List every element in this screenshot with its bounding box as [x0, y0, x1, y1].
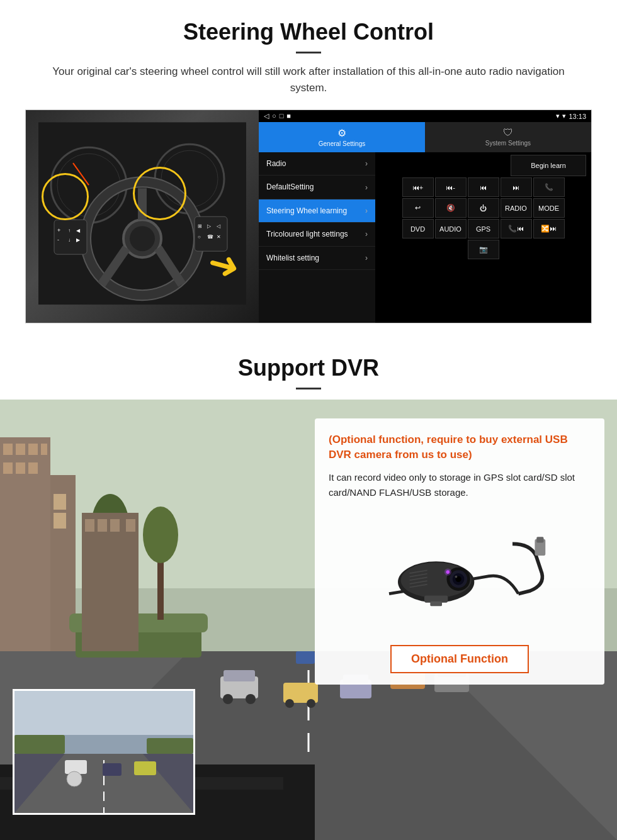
svg-rect-36: [54, 494, 66, 510]
menu-item-default-setting[interactable]: DefaultSetting ›: [259, 176, 375, 199]
dvr-thumbnail-inner: [14, 691, 193, 813]
control-row-3: DVD AUDIO GPS 📞⏮ 🔀⏭: [378, 219, 589, 238]
svg-rect-86: [147, 738, 193, 754]
svg-rect-48: [3, 462, 13, 474]
power-button[interactable]: ⏻: [468, 198, 499, 218]
dvr-description: It can record video only to storage in G…: [329, 470, 591, 500]
svg-rect-46: [28, 444, 38, 455]
dvr-camera-svg: [371, 523, 548, 624]
svg-rect-63: [224, 670, 255, 681]
phone-button[interactable]: 📞: [533, 177, 565, 197]
steering-photo: + - ↑ ↓ ◀ ▶ ⊞ ▷ ◁ ○ ☎ ✕ ➜: [26, 110, 259, 323]
svg-rect-58: [85, 519, 94, 532]
prev-button[interactable]: ⏮: [468, 177, 499, 197]
menu-arrow-icon: ›: [365, 183, 368, 192]
svg-text:↑: ↑: [68, 228, 71, 233]
circle-highlight-right: [133, 167, 186, 220]
vol-up-button[interactable]: ⏮+: [402, 177, 434, 197]
android-ui: ◁ ○ □ ■ ▾ ▾ 13:13 ⚙ General Settings 🛡 S…: [259, 110, 591, 323]
mute-button[interactable]: 🔇: [435, 198, 467, 218]
street-scene: (Optional function, require to buy exter…: [0, 400, 617, 840]
control-row-4: 📷: [378, 240, 589, 259]
audio-button[interactable]: AUDIO: [435, 219, 467, 238]
svg-text:▶: ▶: [76, 237, 81, 243]
control-row-1: ⏮+ ⏮- ⏮ ⏭ 📞: [378, 177, 589, 197]
shuffle-next-button[interactable]: 🔀⏭: [533, 219, 565, 238]
menu-item-tricoloured[interactable]: Tricoloured light settings ›: [259, 223, 375, 246]
dvr-header: Support DVR: [0, 336, 617, 400]
svg-rect-40: [54, 513, 66, 529]
mode-button[interactable]: MODE: [533, 198, 565, 218]
tab-system-settings[interactable]: 🛡 System Settings: [425, 122, 591, 152]
camera-button[interactable]: 📷: [468, 240, 499, 259]
home-icon[interactable]: ○: [272, 112, 276, 120]
control-row-2: ↩ 🔇 ⏻ RADIO MODE: [378, 198, 589, 218]
menu-arrow-icon: ›: [365, 254, 368, 262]
svg-point-67: [285, 699, 294, 708]
screenshot-icon[interactable]: ■: [286, 112, 291, 120]
svg-text:◀: ◀: [76, 228, 81, 233]
svg-point-102: [455, 575, 458, 578]
svg-rect-57: [82, 513, 139, 651]
svg-rect-47: [41, 444, 47, 455]
dvr-section: Support DVR: [0, 336, 617, 840]
back-icon[interactable]: ◁: [264, 112, 269, 120]
dvd-button[interactable]: DVD: [402, 219, 434, 238]
menu-default-label: DefaultSetting: [266, 182, 314, 191]
svg-text:⊞: ⊞: [198, 223, 202, 229]
status-time: 13:13: [569, 113, 586, 120]
svg-rect-84: [134, 761, 156, 775]
optional-function-button[interactable]: Optional Function: [390, 645, 529, 673]
menu-item-steering-wheel[interactable]: Steering Wheel learning ›: [259, 199, 375, 223]
recents-icon[interactable]: □: [280, 112, 284, 120]
svg-text:↓: ↓: [68, 237, 71, 243]
menu-steering-label: Steering Wheel learning: [266, 206, 347, 215]
svg-rect-88: [14, 691, 193, 735]
vol-down-button[interactable]: ⏮-: [435, 177, 467, 197]
svg-rect-85: [14, 735, 65, 754]
gps-button[interactable]: GPS: [468, 219, 499, 238]
tab-general-label: General Settings: [319, 140, 366, 147]
android-statusbar: ◁ ○ □ ■ ▾ ▾ 13:13: [259, 110, 591, 122]
svg-text:◁: ◁: [217, 223, 221, 229]
svg-text:○: ○: [198, 234, 201, 240]
svg-rect-106: [430, 601, 442, 605]
tab-system-label: System Settings: [485, 140, 531, 147]
gear-tab-icon: ⚙: [337, 127, 346, 139]
menu-whitelist-label: Whitelist setting: [266, 254, 319, 262]
dvr-optional-text: (Optional function, require to buy exter…: [329, 432, 591, 462]
back-btn[interactable]: ↩: [402, 198, 434, 218]
svg-rect-59: [98, 519, 107, 532]
dvr-title: Support DVR: [25, 355, 592, 381]
menu-radio-label: Radio: [266, 159, 286, 168]
svg-point-56: [143, 507, 178, 563]
svg-point-68: [307, 699, 315, 708]
android-buttons-area: Begin learn ⏮+ ⏮- ⏮ ⏭ 📞 ↩ 🔇 ⏻: [375, 152, 591, 323]
android-tabs: ⚙ General Settings 🛡 System Settings: [259, 122, 591, 152]
android-content: Radio › DefaultSetting › Steering Wheel …: [259, 152, 591, 323]
radio-button[interactable]: RADIO: [501, 198, 532, 218]
tab-general-settings[interactable]: ⚙ General Settings: [259, 122, 425, 152]
svg-rect-44: [3, 444, 13, 455]
svg-rect-60: [110, 519, 120, 532]
next-button[interactable]: ⏭: [501, 177, 532, 197]
steering-title: Steering Wheel Control: [25, 19, 592, 45]
dvr-thumbnail-svg: [14, 691, 193, 813]
svg-point-87: [67, 771, 82, 787]
svg-rect-45: [16, 444, 25, 455]
phone-prev-button[interactable]: 📞⏮: [501, 219, 532, 238]
svg-rect-50: [28, 462, 38, 474]
svg-rect-77: [296, 651, 315, 664]
begin-learn-button[interactable]: Begin learn: [511, 155, 586, 176]
steering-description: Your original car's steering wheel contr…: [50, 64, 567, 96]
menu-arrow-icon: ›: [365, 230, 368, 238]
steering-composite: + - ↑ ↓ ◀ ▶ ⊞ ▷ ◁ ○ ☎ ✕ ➜: [25, 109, 592, 323]
circle-highlight-left: [42, 173, 89, 220]
menu-item-whitelist[interactable]: Whitelist setting ›: [259, 247, 375, 270]
begin-learn-row: Begin learn: [378, 155, 589, 176]
menu-arrow-icon: ›: [365, 159, 368, 168]
menu-arrow-icon: ›: [365, 206, 368, 215]
svg-point-65: [246, 694, 256, 704]
svg-rect-49: [16, 462, 25, 474]
menu-item-radio[interactable]: Radio ›: [259, 152, 375, 176]
